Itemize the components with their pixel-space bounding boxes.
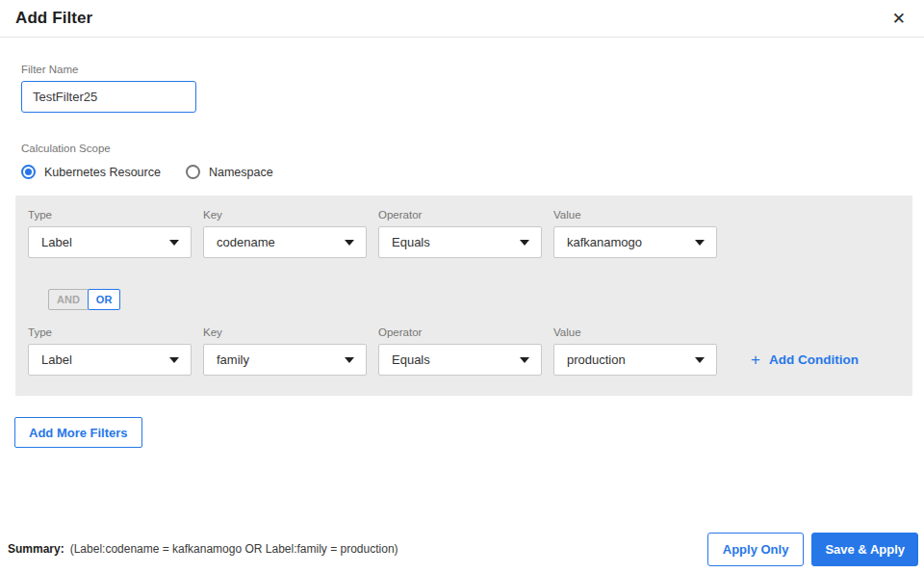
type-column-label: Type xyxy=(28,209,192,221)
radio-kubernetes-resource[interactable]: Kubernetes Resource xyxy=(21,165,161,179)
plus-icon: + xyxy=(751,352,760,368)
radio-unselected-icon xyxy=(186,165,200,179)
key-column-label: Key xyxy=(203,326,367,338)
operator-dropdown[interactable]: Equals xyxy=(378,344,542,376)
summary: Summary:(Label:codename = kafkanamogo OR… xyxy=(8,542,398,556)
apply-only-button[interactable]: Apply Only xyxy=(707,533,805,566)
type-column-label: Type xyxy=(28,326,192,338)
type-field: Type Label xyxy=(28,209,192,258)
dropdown-value: Equals xyxy=(392,352,430,367)
chevron-down-icon xyxy=(520,357,529,363)
dropdown-value: family xyxy=(217,352,249,367)
chevron-down-icon xyxy=(169,357,179,363)
chevron-down-icon xyxy=(695,357,705,363)
summary-text: (Label:codename = kafkanamogo OR Label:f… xyxy=(70,542,398,556)
summary-label: Summary: xyxy=(8,542,64,556)
calculation-scope-block: Calculation Scope Kubernetes Resource Na… xyxy=(21,143,924,179)
close-icon: ✕ xyxy=(892,10,906,28)
operator-column-label: Operator xyxy=(378,209,542,221)
save-and-apply-button[interactable]: Save & Apply xyxy=(811,533,918,566)
dialog-header: Add Filter ✕ xyxy=(0,0,924,38)
chevron-down-icon xyxy=(345,357,354,363)
condition-row-2: Type Label Key family Operator Equals xyxy=(28,326,900,376)
calculation-scope-label: Calculation Scope xyxy=(21,143,924,154)
dropdown-value: Label xyxy=(41,352,72,367)
chevron-down-icon xyxy=(345,240,354,246)
radio-label: Namespace xyxy=(209,166,273,179)
add-more-filters-button[interactable]: Add More Filters xyxy=(14,417,142,448)
key-column-label: Key xyxy=(203,209,367,221)
dropdown-value: production xyxy=(567,352,626,367)
dropdown-value: kafkanamogo xyxy=(567,235,642,249)
filter-name-input[interactable] xyxy=(21,81,196,113)
add-condition-button[interactable]: + Add Condition xyxy=(751,352,859,368)
and-toggle-button[interactable]: AND xyxy=(48,289,89,310)
dropdown-value: codename xyxy=(217,235,275,249)
chevron-down-icon xyxy=(169,240,179,246)
add-condition-label: Add Condition xyxy=(769,352,859,367)
operator-field: Operator Equals xyxy=(378,326,542,376)
or-toggle-button[interactable]: OR xyxy=(88,289,121,310)
value-field: Value kafkanamogo xyxy=(553,209,717,258)
conditions-panel: Type Label Key codename Operator Equals xyxy=(15,195,912,396)
dropdown-value: Label xyxy=(41,235,72,249)
add-filter-dialog: Add Filter ✕ Filter Name Calculation Sco… xyxy=(0,0,924,573)
footer-buttons: Apply Only Save & Apply xyxy=(707,533,918,566)
chevron-down-icon xyxy=(695,240,705,246)
type-dropdown[interactable]: Label xyxy=(28,344,192,376)
radio-label: Kubernetes Resource xyxy=(44,166,161,179)
operator-dropdown[interactable]: Equals xyxy=(378,226,542,258)
key-field: Key family xyxy=(203,326,367,376)
operator-column-label: Operator xyxy=(378,326,542,338)
key-field: Key codename xyxy=(203,209,367,258)
condition-row-1: Type Label Key codename Operator Equals xyxy=(28,209,900,258)
value-field: Value production xyxy=(553,326,717,376)
close-button[interactable]: ✕ xyxy=(888,9,910,29)
dialog-title: Add Filter xyxy=(15,9,92,28)
value-column-label: Value xyxy=(553,209,717,221)
filter-name-label: Filter Name xyxy=(21,64,924,75)
radio-namespace[interactable]: Namespace xyxy=(186,165,273,179)
key-dropdown[interactable]: codename xyxy=(203,226,367,258)
value-dropdown[interactable]: kafkanamogo xyxy=(553,226,717,258)
logic-toggle: AND OR xyxy=(48,289,900,310)
dropdown-value: Equals xyxy=(392,235,430,249)
type-dropdown[interactable]: Label xyxy=(28,226,192,258)
operator-field: Operator Equals xyxy=(378,209,542,258)
value-dropdown[interactable]: production xyxy=(553,344,717,376)
dialog-body: Filter Name Calculation Scope Kubernetes… xyxy=(0,38,924,179)
calculation-scope-options: Kubernetes Resource Namespace xyxy=(21,165,924,179)
dialog-footer: Summary:(Label:codename = kafkanamogo OR… xyxy=(0,532,924,566)
type-field: Type Label xyxy=(28,326,192,376)
radio-selected-icon xyxy=(21,165,36,179)
key-dropdown[interactable]: family xyxy=(203,344,367,376)
chevron-down-icon xyxy=(520,240,529,246)
filter-name-block: Filter Name xyxy=(21,64,924,113)
value-column-label: Value xyxy=(553,326,717,338)
